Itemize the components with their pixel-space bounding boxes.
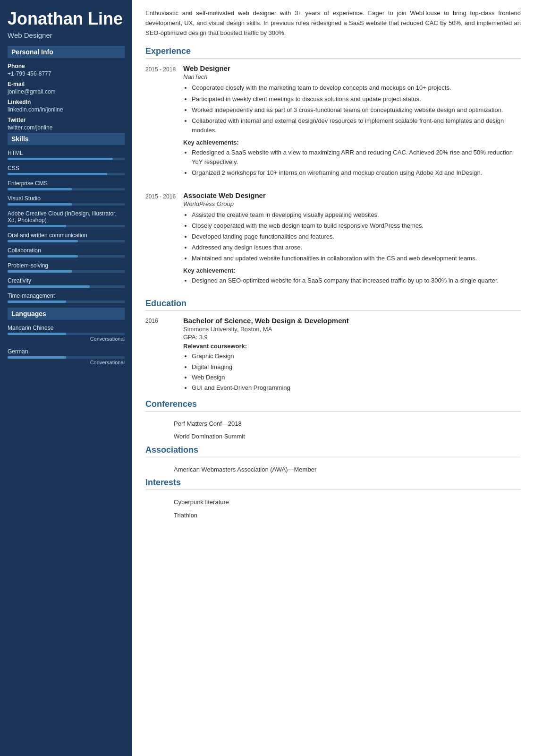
bullet-item: Collaborated with internal and external … bbox=[192, 116, 521, 135]
linkedin-label: LinkedIn bbox=[8, 99, 125, 105]
skill-bar-fill bbox=[8, 158, 113, 160]
skill-bar-fill bbox=[8, 188, 72, 190]
bullet-item: Participated in weekly client meetings t… bbox=[192, 94, 521, 104]
course-list: Graphic DesignDigital ImagingWeb DesignG… bbox=[183, 352, 521, 393]
skill-bar-bg bbox=[8, 188, 125, 190]
conference-item: World Domination Summit bbox=[145, 430, 521, 443]
email-value: jonline@gmail.com bbox=[8, 88, 125, 95]
phone-value: +1-799-456-8777 bbox=[8, 70, 125, 77]
language-bar-bg bbox=[8, 356, 125, 359]
language-item: German Conversational bbox=[8, 348, 125, 365]
education-list: 2016 Bachelor of Science, Web Design & D… bbox=[145, 317, 521, 394]
achievement-item: Redesigned a SaaS website with a view to… bbox=[192, 148, 521, 167]
language-bar-fill bbox=[8, 356, 66, 359]
skill-bar-fill bbox=[8, 203, 72, 206]
summary: Enthusiastic and self-motivated web desi… bbox=[145, 9, 521, 38]
language-level: Conversational bbox=[8, 336, 125, 342]
skill-bar-bg bbox=[8, 301, 125, 303]
bullet-item: Cooperated closely with the marketing te… bbox=[192, 83, 521, 93]
coursework-label: Relevant coursework: bbox=[183, 343, 521, 350]
skill-bar-fill bbox=[8, 225, 66, 227]
language-level: Conversational bbox=[8, 360, 125, 365]
skill-bar-bg bbox=[8, 203, 125, 206]
education-item: 2016 Bachelor of Science, Web Design & D… bbox=[145, 317, 521, 394]
edu-year: 2016 bbox=[145, 317, 183, 394]
bullet-item: Developed landing page functionalities a… bbox=[192, 232, 521, 241]
skill-item: HTML bbox=[8, 150, 125, 160]
associations-section-title: Associations bbox=[145, 445, 521, 457]
education-section-title: Education bbox=[145, 299, 521, 311]
language-bar-bg bbox=[8, 333, 125, 335]
bullet-item: Worked independently and as part of 3 cr… bbox=[192, 105, 521, 115]
course-item: Web Design bbox=[192, 373, 521, 382]
skill-item: Collaboration bbox=[8, 247, 125, 258]
phone-label: Phone bbox=[8, 63, 125, 69]
skill-item: Time-management bbox=[8, 292, 125, 303]
conferences-list: Perf Matters Conf—2018World Domination S… bbox=[145, 417, 521, 443]
exp-dates: 2015 - 2016 bbox=[145, 191, 183, 290]
exp-bullets: Assisted the creative team in developing… bbox=[183, 210, 521, 264]
edu-gpa: GPA: 3.9 bbox=[183, 334, 521, 341]
skill-bar-fill bbox=[8, 240, 78, 242]
personal-info-header: Personal Info bbox=[8, 46, 125, 58]
skill-name: Problem-solving bbox=[8, 262, 125, 269]
skill-bar-fill bbox=[8, 255, 78, 258]
achievements-bullets: Designed an SEO-optimized website for a … bbox=[183, 276, 521, 285]
exp-content: Associate Web Designer WorldPress Group … bbox=[183, 191, 521, 290]
skill-bar-bg bbox=[8, 270, 125, 273]
skill-item: Problem-solving bbox=[8, 262, 125, 273]
achievement-item: Organized 2 workshops for 10+ interns on… bbox=[192, 168, 521, 178]
twitter-value: twitter.com/jonline bbox=[8, 124, 125, 131]
exp-dates: 2015 - 2018 bbox=[145, 64, 183, 181]
bullet-item: Maintained and updated website functiona… bbox=[192, 254, 521, 263]
skill-item: Visual Studio bbox=[8, 195, 125, 206]
skill-bar-fill bbox=[8, 173, 107, 175]
bullet-item: Closely cooperated with the web design t… bbox=[192, 221, 521, 231]
experience-item: 2015 - 2018 Web Designer NanTech Coopera… bbox=[145, 64, 521, 181]
skill-item: Adobe Creative Cloud (InDesign, Illustra… bbox=[8, 210, 125, 227]
job-title: Associate Web Designer bbox=[183, 191, 521, 199]
skill-name: Collaboration bbox=[8, 247, 125, 254]
skill-bar-bg bbox=[8, 225, 125, 227]
achievements-label: Key achievements: bbox=[183, 139, 521, 146]
skill-item: Oral and written communication bbox=[8, 232, 125, 242]
sidebar: Jonathan Line Web Designer Personal Info… bbox=[0, 0, 132, 756]
job-title: Web Designer bbox=[183, 64, 521, 72]
skill-bar-fill bbox=[8, 301, 66, 303]
skill-name: Time-management bbox=[8, 292, 125, 299]
association-item: American Webmasters Association (AWA)—Me… bbox=[145, 463, 521, 476]
skills-header: Skills bbox=[8, 133, 125, 145]
linkedin-value: linkedin.com/in/jonline bbox=[8, 106, 125, 113]
languages-list: Mandarin Chinese Conversational German C… bbox=[8, 325, 125, 365]
languages-header: Languages bbox=[8, 308, 125, 320]
skill-item: CSS bbox=[8, 165, 125, 175]
email-label: E-mail bbox=[8, 81, 125, 87]
skill-item: Enterprise CMS bbox=[8, 180, 125, 190]
skill-name: Creativity bbox=[8, 277, 125, 284]
candidate-title: Web Designer bbox=[8, 31, 125, 39]
language-bar-fill bbox=[8, 333, 66, 335]
skill-name: Adobe Creative Cloud (InDesign, Illustra… bbox=[8, 210, 125, 223]
bullet-item: Assisted the creative team in developing… bbox=[192, 210, 521, 220]
bullet-item: Addressed any design issues that arose. bbox=[192, 243, 521, 252]
skill-bar-bg bbox=[8, 240, 125, 242]
interest-item: Triathlon bbox=[145, 509, 521, 522]
skill-name: CSS bbox=[8, 165, 125, 172]
skill-name: HTML bbox=[8, 150, 125, 156]
course-item: GUI and Event-Driven Programming bbox=[192, 383, 521, 393]
language-name: Mandarin Chinese bbox=[8, 325, 125, 331]
exp-content: Web Designer NanTech Cooperated closely … bbox=[183, 64, 521, 181]
main-content: Enthusiastic and self-motivated web desi… bbox=[132, 0, 534, 756]
skill-name: Enterprise CMS bbox=[8, 180, 125, 187]
skill-bar-bg bbox=[8, 173, 125, 175]
skill-bar-fill bbox=[8, 270, 72, 273]
achievements-label: Key achievement: bbox=[183, 267, 521, 274]
interests-list: Cyberpunk literatureTriathlon bbox=[145, 496, 521, 522]
experience-section-title: Experience bbox=[145, 46, 521, 59]
skill-bar-bg bbox=[8, 285, 125, 288]
edu-degree: Bachelor of Science, Web Design & Develo… bbox=[183, 317, 521, 325]
language-name: German bbox=[8, 348, 125, 355]
edu-school: Simmons University, Boston, MA bbox=[183, 326, 521, 333]
skill-bar-bg bbox=[8, 255, 125, 258]
experience-item: 2015 - 2016 Associate Web Designer World… bbox=[145, 191, 521, 290]
